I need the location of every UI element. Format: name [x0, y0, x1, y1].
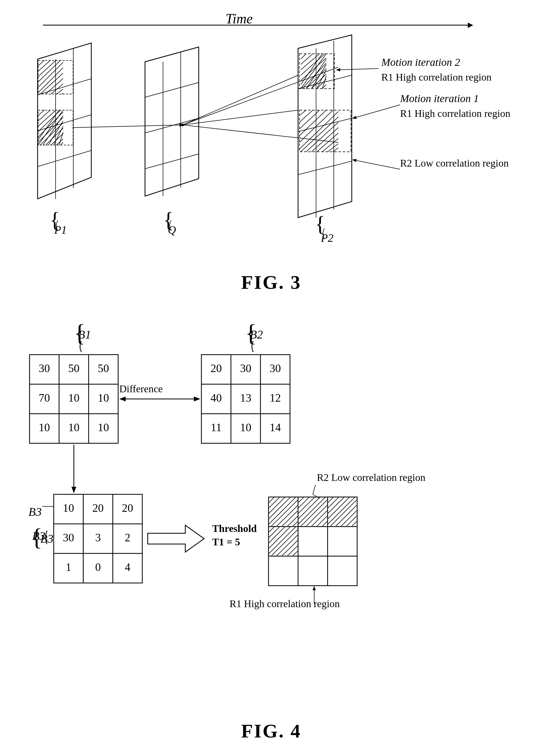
- svg-text:30: 30: [63, 531, 74, 544]
- svg-line-194: [331, 500, 356, 526]
- svg-text:10: 10: [39, 421, 50, 434]
- svg-line-200: [269, 527, 274, 532]
- svg-text:Threshold: Threshold: [212, 523, 257, 534]
- svg-line-176: [293, 522, 298, 526]
- svg-line-1: [38, 79, 91, 95]
- svg-line-201: [269, 527, 280, 537]
- svg-line-182: [298, 497, 325, 524]
- svg-marker-157: [148, 525, 204, 552]
- svg-text:R1 High correlation region: R1 High correlation region: [381, 72, 492, 83]
- svg-line-193: [328, 497, 355, 524]
- svg-text:3: 3: [95, 531, 101, 544]
- svg-line-173: [277, 505, 298, 526]
- svg-text:{: {: [245, 322, 257, 346]
- svg-text:R2 Low correlation region: R2 Low correlation region: [400, 157, 509, 169]
- svg-text:30: 30: [270, 362, 281, 375]
- svg-text:10: 10: [68, 421, 79, 434]
- svg-line-29: [61, 142, 63, 145]
- svg-text:R1 High correlation region: R1 High correlation region: [229, 598, 340, 609]
- svg-text:1: 1: [66, 561, 71, 573]
- svg-line-32: [43, 115, 63, 145]
- svg-text:T1 = 5: T1 = 5: [212, 536, 240, 547]
- svg-line-64: [317, 133, 338, 152]
- svg-line-31: [38, 110, 63, 145]
- svg-line-20: [38, 110, 50, 121]
- svg-line-7: [38, 61, 44, 66]
- svg-text:50: 50: [98, 362, 109, 375]
- svg-text:10: 10: [240, 421, 251, 434]
- fig4-title: FIG. 4: [16, 720, 526, 742]
- svg-text:11: 11: [211, 421, 221, 434]
- svg-text:{: {: [50, 208, 60, 231]
- svg-line-15: [51, 84, 63, 94]
- svg-text:{: {: [163, 208, 174, 231]
- svg-line-198: [352, 522, 356, 526]
- svg-line-206: [277, 535, 298, 555]
- svg-line-172: [271, 500, 298, 526]
- svg-text:70: 70: [39, 392, 50, 404]
- fig3-title: FIG. 3: [16, 271, 526, 294]
- svg-line-168: [269, 497, 280, 508]
- svg-line-16: [57, 89, 63, 94]
- svg-text:12: 12: [270, 392, 281, 404]
- svg-line-3: [38, 150, 91, 167]
- svg-text:2: 2: [125, 531, 130, 544]
- svg-line-175: [288, 516, 298, 526]
- svg-line-205: [271, 529, 298, 555]
- svg-text:10: 10: [98, 392, 109, 404]
- svg-text:B3: B3: [29, 505, 42, 519]
- svg-line-11: [38, 62, 63, 87]
- svg-text:B3: B3: [40, 532, 54, 545]
- fig4-section: B1 { 30 50 50 70 10 10 10 10 10 B2 { 20 …: [16, 322, 526, 739]
- svg-line-38: [145, 82, 199, 97]
- fig3-section: Time: [16, 11, 526, 293]
- svg-rect-177: [298, 497, 327, 526]
- fig3-diagram: Motion iteration 2 R1 High correlation r…: [16, 27, 526, 269]
- svg-text:{: {: [74, 322, 85, 346]
- svg-line-51: [298, 161, 352, 175]
- svg-line-190: [328, 497, 338, 508]
- svg-text:4: 4: [125, 561, 130, 573]
- svg-line-189: [328, 497, 333, 503]
- svg-rect-166: [269, 497, 298, 526]
- svg-line-203: [269, 527, 290, 548]
- svg-line-56: [299, 110, 313, 122]
- svg-line-170: [269, 497, 290, 519]
- svg-text:20: 20: [122, 502, 133, 514]
- svg-line-209: [293, 551, 298, 555]
- svg-text:Motion iteration 2: Motion iteration 2: [381, 56, 460, 68]
- svg-line-79: [301, 54, 322, 84]
- svg-line-184: [306, 505, 327, 526]
- svg-text:20: 20: [92, 502, 104, 514]
- svg-line-187: [323, 522, 327, 526]
- svg-text:30: 30: [240, 362, 251, 375]
- svg-line-27: [51, 133, 63, 145]
- svg-line-40: [145, 154, 199, 169]
- svg-text:10: 10: [63, 502, 74, 514]
- svg-marker-0: [38, 43, 91, 199]
- svg-marker-48: [298, 35, 352, 218]
- time-arrow: [43, 25, 472, 26]
- svg-text:50: 50: [68, 362, 79, 375]
- svg-text:10: 10: [98, 421, 109, 434]
- svg-line-179: [298, 497, 309, 508]
- svg-text:R2 Low correlation region: R2 Low correlation region: [317, 472, 425, 483]
- svg-line-8: [38, 61, 50, 71]
- svg-line-204: [269, 527, 296, 554]
- time-label: Time: [225, 11, 253, 27]
- svg-line-178: [298, 497, 304, 503]
- svg-line-70: [301, 54, 313, 65]
- svg-rect-199: [269, 527, 298, 556]
- svg-rect-161: [269, 497, 357, 586]
- svg-text:30: 30: [39, 362, 50, 375]
- svg-text:{: {: [315, 212, 325, 235]
- svg-text:Difference: Difference: [119, 383, 163, 394]
- svg-line-66: [328, 144, 338, 152]
- fig4-diagram: B1 { 30 50 50 70 10 10 10 10 10 B2 { 20 …: [16, 322, 526, 725]
- svg-line-19: [38, 110, 44, 115]
- svg-text:20: 20: [210, 362, 222, 375]
- svg-line-186: [317, 516, 327, 526]
- svg-text:10: 10: [68, 392, 79, 404]
- svg-line-171: [269, 497, 296, 524]
- svg-text:R1 High correlation region: R1 High correlation region: [400, 108, 510, 119]
